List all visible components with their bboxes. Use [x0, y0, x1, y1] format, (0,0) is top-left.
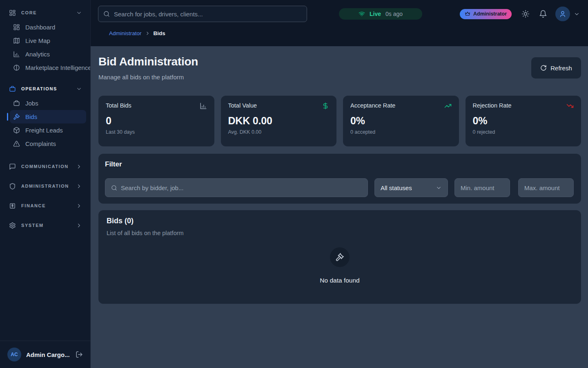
search-icon [111, 185, 117, 191]
stat-label: Total Value [228, 102, 257, 109]
live-time: 0s ago [385, 11, 403, 17]
sidebar-section-system: SYSTEM [4, 218, 86, 232]
sidebar-section-label: SYSTEM [21, 223, 71, 228]
sidebar-section-core: CORE Dashboard Live Map [4, 6, 86, 78]
sidebar-section-label: ADMINISTRATION [21, 184, 71, 188]
sidebar-item-live-map[interactable]: Live Map [11, 34, 86, 47]
page-header-text: Bid Administration Manage all bids on th… [98, 55, 198, 81]
live-status-badge: Live 0s ago [339, 8, 422, 20]
sidebar-item-complaints[interactable]: Complaints [11, 137, 86, 150]
refresh-icon [540, 65, 547, 71]
filter-title: Filter [105, 160, 575, 168]
sidebar-item-marketplace-intelligence[interactable]: Marketplace Intelligence [11, 61, 86, 74]
sidebar-item-analytics[interactable]: Analytics [11, 47, 86, 61]
avatar[interactable]: AC [7, 348, 21, 361]
package-icon [13, 127, 20, 134]
sidebar-section-header-core[interactable]: CORE [4, 6, 86, 20]
user-menu-chevron-down-icon[interactable] [574, 11, 580, 17]
stat-sub: 0 accepted [350, 129, 452, 135]
min-amount-input[interactable] [461, 184, 504, 191]
stat-label: Rejection Rate [473, 102, 512, 109]
sidebar-item-freight-leads[interactable]: Freight Leads [11, 123, 86, 137]
stat-sub: 0 rejected [473, 129, 574, 135]
stat-sub: Last 30 days [106, 129, 207, 135]
bids-panel-subtitle: List of all bids on the platform [107, 230, 573, 236]
chevron-down-icon [76, 10, 82, 16]
sidebar-item-label: Freight Leads [25, 127, 63, 134]
empty-state-icon-circle [330, 247, 350, 267]
sidebar-section-items: Dashboard Live Map Analytics [4, 20, 86, 78]
filter-search-input[interactable] [121, 184, 362, 191]
main-area: Live 0s ago Administrator [91, 0, 588, 368]
sidebar-section-items: Jobs Bids Freight Leads [4, 96, 86, 154]
breadcrumb-current: Bids [154, 30, 165, 36]
stat-label: Total Bids [106, 102, 131, 109]
bar-chart-icon [13, 51, 20, 58]
sidebar-section-label: OPERATIONS [21, 86, 71, 91]
stat-card-total-bids: Total Bids 0 Last 30 days [98, 96, 214, 146]
trending-down-icon [566, 102, 574, 110]
sidebar-item-label: Complaints [25, 140, 56, 147]
refresh-button[interactable]: Refresh [531, 57, 581, 79]
sidebar-item-label: Bids [25, 113, 37, 120]
page-header: Bid Administration Manage all bids on th… [98, 55, 581, 81]
dollar-icon [322, 102, 329, 110]
gavel-icon [13, 113, 20, 120]
sidebar-section-header-finance[interactable]: FINANCE [4, 199, 86, 213]
theme-toggle-sun-icon[interactable] [521, 10, 530, 18]
wifi-icon [359, 11, 365, 17]
sidebar: CORE Dashboard Live Map [0, 0, 91, 368]
breadcrumb-parent-link[interactable]: Administrator [109, 30, 142, 36]
stat-card-rejection-rate: Rejection Rate 0% 0 rejected [466, 96, 581, 146]
notifications-bell-icon[interactable] [539, 10, 547, 18]
user-avatar[interactable] [555, 7, 570, 21]
topbar-controls: Live 0s ago Administrator [339, 7, 580, 21]
user-icon [559, 10, 566, 18]
sidebar-item-label: Marketplace Intelligence [25, 64, 90, 71]
stat-value: 0 [106, 115, 207, 127]
page-content: Bid Administration Manage all bids on th… [91, 46, 588, 368]
chevron-right-icon [76, 222, 82, 229]
gear-icon [9, 222, 16, 229]
sidebar-section-header-administration[interactable]: ADMINISTRATION [4, 179, 86, 193]
global-search-input[interactable] [114, 11, 302, 18]
crown-icon [465, 11, 470, 17]
stat-card-total-value: Total Value DKK 0.00 Avg. DKK 0.00 [221, 96, 337, 146]
live-label: Live [370, 11, 381, 17]
status-select[interactable]: All statuses [374, 178, 448, 197]
empty-state: No data found [107, 236, 573, 297]
sidebar-section-header-communication[interactable]: COMMUNICATION [4, 159, 86, 173]
min-amount-field [454, 178, 510, 197]
sidebar-section-header-system[interactable]: SYSTEM [4, 218, 86, 232]
search-icon [103, 11, 110, 17]
max-amount-input[interactable] [524, 184, 568, 191]
sidebar-section-header-operations[interactable]: OPERATIONS [4, 82, 86, 96]
sidebar-item-dashboard[interactable]: Dashboard [11, 20, 86, 34]
filter-row: All statuses [105, 178, 575, 197]
role-badge: Administrator [460, 9, 512, 19]
sidebar-section-communication: COMMUNICATION [4, 159, 86, 173]
gavel-icon [335, 253, 344, 262]
filter-panel: Filter All statuses [98, 154, 581, 204]
chevron-down-icon [436, 185, 442, 191]
logout-icon[interactable] [76, 351, 83, 358]
sidebar-item-jobs[interactable]: Jobs [11, 96, 86, 110]
chevron-right-icon [76, 203, 82, 209]
sidebar-section-label: CORE [21, 10, 71, 15]
sidebar-item-label: Live Map [25, 37, 50, 44]
stats-grid: Total Bids 0 Last 30 days Total Value DK… [98, 96, 581, 146]
bids-panel-title: Bids (0) [107, 217, 573, 225]
alert-triangle-icon [13, 140, 20, 147]
sidebar-section-finance: FINANCE [4, 199, 86, 213]
sidebar-item-bids[interactable]: Bids [10, 110, 86, 123]
sidebar-section-label: FINANCE [21, 203, 71, 208]
stat-label: Acceptance Rate [350, 102, 395, 109]
layout-grid-icon [9, 9, 16, 16]
empty-state-text: No data found [320, 277, 359, 284]
message-icon [9, 163, 16, 170]
briefcase-icon [9, 85, 16, 92]
stat-card-acceptance-rate: Acceptance Rate 0% 0 accepted [343, 96, 459, 146]
sidebar-item-label: Analytics [25, 51, 50, 58]
breadcrumb: Administrator Bids [109, 30, 580, 36]
role-badge-label: Administrator [473, 11, 507, 17]
